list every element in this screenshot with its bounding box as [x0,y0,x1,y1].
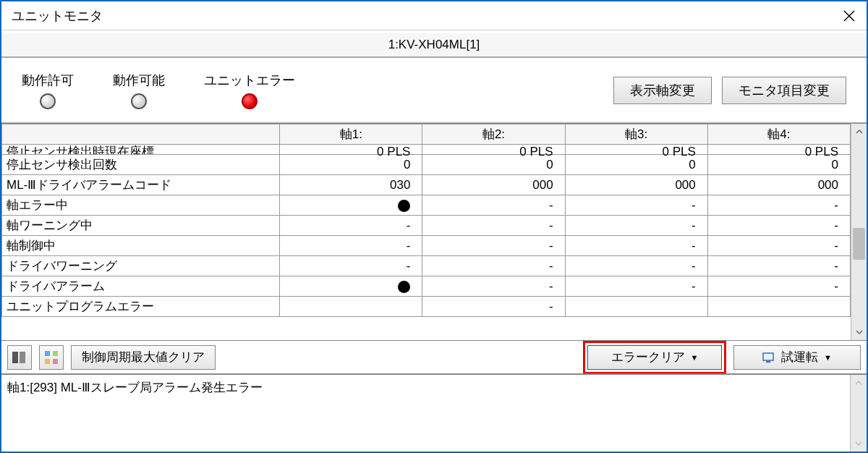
device-id-label: 1:KV-XH04ML[1] [388,38,480,52]
col-header[interactable] [2,124,280,145]
status-unit-error: ユニットエラー [204,72,295,109]
scrollbar-track[interactable] [851,140,867,324]
btn-label: 制御周期最大値クリア [82,349,205,365]
cell-value: - [707,256,850,276]
row-label: ドライバアラーム [2,276,280,297]
bottom-bar: 制御周期最大値クリア エラークリア ▼ 試運転 ▼ [1,340,867,373]
scroll-down-icon[interactable] [851,324,867,340]
titlebar: ユニットモニタ [1,1,867,30]
chevron-down-icon: ▼ [824,353,832,362]
diagram-icon [43,349,60,366]
row-label: ML-Ⅲドライバアラームコード [2,175,280,195]
monitor-table-area: 軸1: 軸2: 軸3: 軸4: 停止センサ検出時現在座標0 PLS0 PLS0 … [1,123,867,340]
cell-value: - [565,195,707,216]
row-label: 軸制御中 [2,236,280,256]
cell-value: 000 [707,175,850,195]
status-indicator-on-icon [242,93,258,109]
status-scrollbar[interactable] [851,375,867,452]
cell-value: 0 PLS [280,145,422,155]
chevron-down-icon: ▼ [691,353,699,362]
table-header-row: 軸1: 軸2: 軸3: 軸4: [2,124,851,145]
status-dot-icon [398,200,410,212]
cell-value: - [565,216,707,236]
row-label: 軸ワーニング中 [2,216,280,236]
cell-value: 030 [280,175,422,195]
unit-icon-button[interactable] [7,345,32,370]
cell-value: - [565,236,707,256]
svg-rect-4 [45,351,50,356]
btn-label: 試運転 [781,349,818,365]
cell-value: - [280,216,422,236]
rack-unit-icon [11,349,28,366]
status-message-text: 軸1:[293] ML-Ⅲスレーブ局アラーム発生エラー [1,375,851,452]
cell-value: - [280,236,422,256]
svg-rect-5 [53,351,58,356]
table-row[interactable]: 停止センサ検出回数0000 [2,155,851,175]
display-axis-change-button[interactable]: 表示軸変更 [613,77,712,104]
table-scrollbar[interactable] [851,124,867,340]
close-icon[interactable] [838,4,861,27]
cell-value [280,195,422,216]
unit-monitor-window: ユニットモニタ 1:KV-XH04ML[1] 動作許可 動作可能 ユニットエラー… [0,0,868,453]
status-label: 動作可能 [113,72,165,89]
test-run-button[interactable]: 試運転 ▼ [733,345,861,370]
row-label: ドライバワーニング [2,256,280,276]
scroll-up-icon[interactable] [851,124,867,140]
cell-value [280,297,422,317]
scroll-up-icon[interactable] [851,375,867,391]
cell-value: - [707,195,850,216]
status-indicator-off-icon [40,93,56,109]
cell-value: - [707,236,850,256]
monitor-icon [762,351,775,364]
table-row[interactable]: 軸制御中---- [2,236,851,256]
cell-value [565,297,707,317]
btn-label: エラークリア [611,349,685,365]
cell-value: 0 PLS [565,145,707,155]
status-operation-permit: 動作許可 [22,72,74,109]
table-row[interactable]: ユニットプログラムエラー- [2,297,851,317]
toolbar: 動作許可 動作可能 ユニットエラー 表示軸変更 モニタ項目変更 [1,58,867,123]
table-row[interactable]: ドライバアラーム--- [2,276,851,297]
cell-value: - [422,236,565,256]
row-label: 停止センサ検出回数 [2,155,280,175]
cell-value: - [422,216,565,236]
cell-value: - [422,256,565,276]
diagram-icon-button[interactable] [39,345,64,370]
cell-value: - [422,297,565,317]
status-message-area: 軸1:[293] ML-Ⅲスレーブ局アラーム発生エラー [1,373,867,452]
cell-value: - [565,256,707,276]
monitor-item-change-button[interactable]: モニタ項目変更 [722,77,846,104]
control-cycle-clear-button[interactable]: 制御周期最大値クリア [71,345,216,370]
status-dot-icon [398,281,410,293]
table-row[interactable]: 軸エラー中--- [2,195,851,216]
svg-rect-2 [12,352,18,363]
cell-value: - [422,195,565,216]
table-row[interactable]: 軸ワーニング中---- [2,216,851,236]
svg-rect-8 [763,353,773,360]
status-label: ユニットエラー [204,72,295,89]
status-indicator-off-icon [131,93,147,109]
cell-value: 000 [422,175,565,195]
table-row[interactable]: ドライバワーニング---- [2,256,851,276]
cell-value: 0 PLS [707,145,850,155]
status-group: 動作許可 動作可能 ユニットエラー [22,72,295,109]
col-header-axis3[interactable]: 軸3: [565,124,707,145]
cell-value: - [707,276,850,297]
table-row[interactable]: 停止センサ検出時現在座標0 PLS0 PLS0 PLS0 PLS [2,145,851,155]
scrollbar-thumb[interactable] [853,228,865,260]
cell-value [707,297,850,317]
col-header-axis4[interactable]: 軸4: [707,124,850,145]
cell-value [280,276,422,297]
svg-rect-6 [45,359,50,364]
col-header-axis2[interactable]: 軸2: [422,124,565,145]
col-header-axis1[interactable]: 軸1: [280,124,422,145]
cell-value: 000 [565,175,707,195]
cell-value: - [565,276,707,297]
table-row[interactable]: ML-Ⅲドライバアラームコード030000000000 [2,175,851,195]
status-label: 動作許可 [22,72,74,89]
cell-value: 0 PLS [422,145,565,155]
scroll-down-icon[interactable] [851,436,867,452]
svg-rect-3 [20,352,25,363]
svg-rect-7 [53,359,58,364]
error-clear-button[interactable]: エラークリア ▼ [587,345,722,370]
